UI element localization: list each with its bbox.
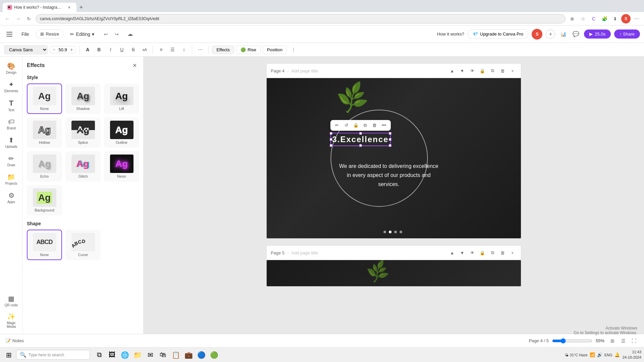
increase-font-size[interactable]: +: [70, 47, 73, 52]
handle-bottom-right[interactable]: [389, 144, 391, 147]
sidebar-item-uploads[interactable]: ⬆ Uploads: [1, 133, 21, 151]
page4-canvas[interactable]: 🌿 ✏ ↺ 🔒 ⧉ 🗑 •••: [266, 78, 521, 239]
edit-tool-button[interactable]: ✏: [333, 121, 341, 129]
share-button[interactable]: ↑ Share: [614, 29, 640, 39]
strikethrough-button[interactable]: S: [128, 45, 138, 54]
effects-toolbar-button[interactable]: Effects: [212, 46, 234, 54]
how-it-works-link[interactable]: How it works?: [437, 32, 464, 37]
sidebar-item-qrcode[interactable]: ▦ QR code: [1, 292, 21, 310]
lock-tool-button[interactable]: 🔒: [352, 121, 360, 129]
file-menu-button[interactable]: File: [18, 29, 33, 39]
style-shadow[interactable]: Ag Shadow: [65, 83, 101, 114]
tab-close-button[interactable]: ✕: [66, 5, 72, 10]
page-delete-button[interactable]: 🗑: [498, 66, 507, 75]
edge-icon[interactable]: 🌐: [119, 349, 131, 361]
more-toolbar-button[interactable]: ⋮: [289, 45, 298, 54]
page5-lock-button[interactable]: 🔒: [478, 248, 487, 257]
resize-button[interactable]: ⊞ Resize: [36, 29, 64, 39]
selected-text-element[interactable]: ✏ ↺ 🔒 ⧉ 🗑 •••: [330, 133, 391, 146]
page5-down-button[interactable]: ▼: [458, 248, 467, 257]
canva-taskbar-icon[interactable]: 🖼: [106, 349, 118, 361]
zoom-slider[interactable]: [552, 338, 592, 344]
style-background[interactable]: Ag Background: [27, 185, 62, 216]
page-copy-button[interactable]: ⧉: [488, 66, 497, 75]
app8-icon[interactable]: 🟢: [208, 349, 220, 361]
list-view-button[interactable]: ☰: [619, 336, 628, 346]
delete-tool-button[interactable]: 🗑: [371, 121, 379, 129]
page4-title-placeholder[interactable]: Add page title: [291, 68, 318, 73]
sidebar-item-brand[interactable]: 🏷 Brand: [1, 115, 21, 133]
shape-curve[interactable]: ABCD ABCD Curve: [65, 230, 101, 260]
notes-button[interactable]: 📝 Notes: [5, 338, 24, 343]
nav-back-button[interactable]: ←: [3, 14, 12, 23]
sidebar-item-text[interactable]: T Text: [1, 96, 21, 115]
address-box[interactable]: canva.com/design/DAGL2IzhzAE/gZVctY0pRL2…: [36, 14, 566, 23]
underline-button[interactable]: U: [117, 45, 126, 54]
analytics-button[interactable]: 📊: [558, 29, 568, 39]
page5-delete-button[interactable]: 🗑: [498, 248, 507, 257]
rotate-tool-button[interactable]: ↺: [342, 121, 351, 129]
page5-title-placeholder[interactable]: Add page title: [291, 250, 318, 255]
download-button[interactable]: ⬇: [610, 14, 620, 23]
decrease-font-size[interactable]: −: [53, 47, 55, 52]
style-echo[interactable]: Ag Echo: [27, 151, 62, 182]
profile-button[interactable]: S: [621, 14, 631, 23]
browser-menu-button[interactable]: ⋯: [632, 14, 641, 23]
align-button[interactable]: ≡: [156, 45, 166, 54]
redo-button[interactable]: ↪: [112, 29, 122, 39]
hamburger-menu[interactable]: [4, 29, 15, 40]
star-button[interactable]: ☆: [578, 14, 588, 23]
fullscreen-button[interactable]: ⛶: [629, 336, 639, 346]
more-tool-button[interactable]: •••: [380, 121, 388, 129]
handle-bottom-left[interactable]: [330, 144, 332, 147]
sidebar-item-apps[interactable]: ⚙ Apps: [1, 189, 21, 206]
canvas-body-text[interactable]: We are dedicated to delivering excellenc…: [338, 162, 439, 189]
grid-view-button[interactable]: ⊞: [608, 336, 617, 346]
undo-button[interactable]: ↩: [101, 29, 111, 39]
style-none[interactable]: Ag None: [27, 83, 62, 114]
nav-refresh-button[interactable]: ↻: [24, 14, 34, 23]
dot-4[interactable]: [399, 231, 402, 233]
zoom-button[interactable]: ⊕: [568, 14, 577, 23]
editing-button[interactable]: ✏ Editing ▾: [67, 30, 98, 39]
dot-1[interactable]: [383, 231, 386, 233]
page5-add-button[interactable]: +: [508, 248, 517, 257]
style-neon[interactable]: Ag Neon: [104, 151, 139, 182]
chrome-icon[interactable]: 🔵: [195, 349, 207, 361]
spacing-button[interactable]: ↕: [179, 45, 189, 54]
page5-copy-button[interactable]: ⧉: [488, 248, 497, 257]
style-splice[interactable]: Ag Ag Splice: [65, 117, 101, 148]
handle-top-left[interactable]: [330, 132, 332, 135]
mail-icon[interactable]: ✉: [144, 349, 156, 361]
page5-hide-button[interactable]: 👁: [468, 248, 477, 257]
upgrade-button[interactable]: 💎 Upgrade to Canva Pro: [468, 29, 528, 39]
page5-canvas[interactable]: 🌿: [266, 260, 521, 287]
handle-right-mid[interactable]: [389, 138, 391, 141]
italic-button[interactable]: I: [106, 45, 115, 54]
more-options-button[interactable]: ⋯: [196, 45, 205, 54]
store-icon[interactable]: 🛍: [157, 349, 169, 361]
app6-icon[interactable]: 💼: [182, 349, 195, 361]
app5-icon[interactable]: 📋: [170, 349, 182, 361]
page-down-button[interactable]: ▼: [458, 66, 467, 75]
comment-button[interactable]: 💬: [571, 29, 581, 39]
page-up-button[interactable]: ▲: [448, 66, 457, 75]
dot-2[interactable]: [389, 231, 391, 233]
list-button[interactable]: ☰: [168, 45, 177, 54]
style-glitch[interactable]: Ag Glitch: [65, 151, 101, 182]
task-view-button[interactable]: ⧉: [93, 349, 105, 361]
volume-icon[interactable]: 🔊: [597, 352, 602, 357]
cloud-sync-button[interactable]: ☁: [125, 29, 135, 39]
copy-tool-button[interactable]: ⧉: [361, 121, 369, 129]
page-hide-button[interactable]: 👁: [468, 66, 477, 75]
case-button[interactable]: aA: [140, 45, 149, 54]
ext-button[interactable]: 🧩: [600, 14, 609, 23]
network-icon[interactable]: 📶: [590, 352, 595, 357]
style-lift[interactable]: Ag Lift: [104, 83, 139, 114]
position-button[interactable]: Position: [263, 46, 287, 54]
font-selector[interactable]: Canva Sans: [4, 45, 48, 54]
user-avatar[interactable]: S: [532, 29, 542, 40]
dot-3[interactable]: [394, 231, 397, 233]
sidebar-item-projects[interactable]: 📁 Projects: [1, 170, 21, 188]
shape-none[interactable]: ABCD None: [27, 230, 62, 260]
